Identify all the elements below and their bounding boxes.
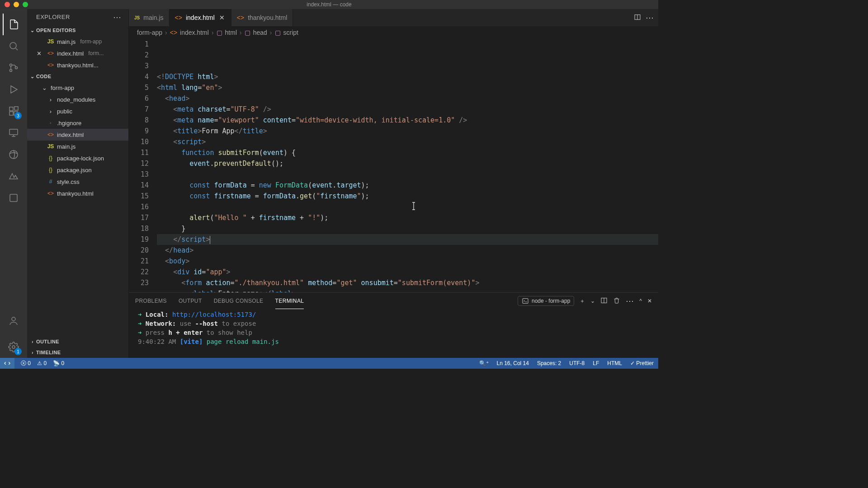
remote-indicator[interactable] (0, 358, 14, 369)
new-terminal-icon[interactable]: ＋ (580, 297, 585, 305)
outline-header[interactable]: › OUTLINE (27, 336, 128, 347)
symbol-icon: ▢ (245, 29, 250, 36)
window-title: index.html — code (307, 1, 351, 8)
split-editor-icon[interactable] (634, 14, 641, 22)
status-warnings[interactable]: ⚠ 0 (37, 360, 47, 366)
accounts-icon[interactable] (3, 310, 24, 332)
svg-point-0 (10, 42, 16, 49)
open-editor-item[interactable]: <>thankyou.html... (27, 59, 128, 71)
extensions-badge: 3 (14, 112, 22, 119)
file-item[interactable]: <>thankyou.html (27, 188, 128, 199)
source-control-icon[interactable] (3, 57, 24, 79)
close-panel-icon[interactable]: ✕ (647, 298, 652, 304)
editor-tab[interactable]: JSmain.js (129, 9, 170, 26)
status-encoding[interactable]: UTF-8 (569, 360, 585, 366)
editor-more-icon[interactable]: ⋯ (646, 14, 654, 22)
window-close-dot[interactable] (5, 2, 10, 7)
status-eol[interactable]: LF (593, 360, 599, 366)
file-icon: ◦ (47, 120, 54, 126)
folder-item[interactable]: ›public (27, 105, 128, 117)
terminal-selector[interactable]: node - form-app (518, 296, 574, 306)
test-icon[interactable] (3, 187, 24, 209)
search-icon[interactable] (3, 35, 24, 57)
svg-rect-5 (9, 112, 13, 115)
html-file-icon: <> (170, 29, 177, 36)
terminal-output[interactable]: ➜ Local: http://localhost:5173/ ➜ Networ… (129, 309, 658, 358)
statusbar: ⓧ 0 ⚠ 0 📡 0 🔍⁺ Ln 16, Col 14 Spaces: 2 U… (0, 358, 658, 369)
window-zoom-dot[interactable] (23, 2, 28, 7)
explorer-icon[interactable] (3, 14, 24, 35)
sidebar-title: EXPLORER (36, 14, 70, 20)
html-file-icon: <> (47, 131, 54, 138)
db-icon[interactable] (3, 165, 24, 187)
svg-point-1 (10, 64, 12, 66)
breadcrumbs[interactable]: form-app › <> index.html › ▢ html › ▢ he… (129, 26, 658, 39)
open-editor-item[interactable]: JSmain.jsform-app (27, 36, 128, 47)
svg-rect-14 (523, 299, 528, 304)
folder-root[interactable]: ⌄ form-app (27, 82, 128, 94)
editor-tab[interactable]: <>thankyou.html (231, 9, 293, 26)
window-minimize-dot[interactable] (14, 2, 19, 7)
status-spaces[interactable]: Spaces: 2 (537, 360, 561, 366)
status-zoom-icon[interactable]: 🔍⁺ (479, 360, 489, 366)
panel-tab-terminal[interactable]: TERMINAL (275, 293, 304, 309)
html-file-icon: <> (175, 14, 182, 21)
edge-tools-icon[interactable] (3, 144, 24, 165)
html-file-icon: <> (47, 62, 54, 68)
symbol-icon: ▢ (217, 29, 222, 36)
panel-tab-output[interactable]: OUTPUT (179, 293, 202, 309)
file-item[interactable]: {}package.json (27, 164, 128, 176)
svg-rect-4 (9, 107, 13, 111)
html-file-icon: <> (47, 50, 54, 56)
open-editor-item[interactable]: ✕<>index.htmlform... (27, 47, 128, 59)
css-file-icon: # (47, 178, 54, 185)
sidebar: EXPLORER ⋯ ⌄ OPEN EDITORS JSmain.jsform-… (27, 9, 129, 358)
maximize-panel-icon[interactable]: ^ (639, 298, 642, 304)
status-position[interactable]: Ln 16, Col 14 (497, 360, 529, 366)
timeline-header[interactable]: › TIMELINE (27, 347, 128, 358)
folder-item[interactable]: ›node_modules (27, 94, 128, 105)
panel-more-icon[interactable]: ⋯ (626, 297, 634, 305)
sidebar-more-icon[interactable]: ⋯ (113, 13, 122, 21)
chevron-down-icon: ⌄ (29, 27, 36, 34)
js-file-icon: JS (47, 143, 54, 150)
html-file-icon: <> (237, 14, 244, 21)
activity-bar: 3 1 (0, 9, 27, 358)
svg-point-9 (9, 150, 18, 159)
panel-tab-debug-console[interactable]: DEBUG CONSOLE (214, 293, 264, 309)
html-file-icon: <> (47, 190, 54, 197)
code-editor[interactable]: 1234567891011121314151617181920212223 <!… (129, 39, 658, 292)
svg-point-11 (12, 317, 15, 321)
file-item[interactable]: JSmain.js (27, 141, 128, 152)
status-ports[interactable]: 📡 0 (53, 360, 64, 366)
close-icon[interactable]: ✕ (35, 50, 42, 57)
status-errors[interactable]: ⓧ 0 (21, 360, 31, 367)
settings-icon[interactable]: 1 (3, 336, 24, 358)
run-debug-icon[interactable] (3, 79, 24, 100)
status-formatter[interactable]: ✓ Prettier (630, 360, 654, 366)
file-item[interactable]: ◦.hgignore (27, 117, 128, 129)
extensions-icon[interactable]: 3 (3, 100, 24, 122)
split-terminal-icon[interactable] (600, 297, 608, 305)
js-file-icon: JS (134, 15, 140, 20)
editor-tab[interactable]: <>index.html✕ (170, 9, 231, 26)
svg-point-3 (15, 67, 18, 69)
file-item[interactable]: #style.css (27, 176, 128, 188)
svg-rect-7 (14, 107, 18, 110)
terminal-icon (522, 297, 529, 305)
terminal-dropdown-icon[interactable]: ⌄ (590, 298, 595, 304)
file-item[interactable]: {}package-lock.json (27, 152, 128, 164)
chevron-right-icon: › (29, 338, 36, 345)
open-editors-header[interactable]: ⌄ OPEN EDITORS (27, 25, 128, 36)
editor-tabs: JSmain.js<>index.html✕<>thankyou.html ⋯ (129, 9, 658, 26)
status-language[interactable]: HTML (607, 360, 622, 366)
chevron-right-icon: › (47, 96, 54, 103)
remote-explorer-icon[interactable] (3, 122, 24, 144)
close-icon[interactable]: ✕ (218, 14, 226, 21)
code-section-header[interactable]: ⌄ CODE (27, 71, 128, 82)
js-file-icon: JS (47, 38, 54, 45)
titlebar: index.html — code (0, 0, 658, 9)
panel-tab-problems[interactable]: PROBLEMS (135, 293, 167, 309)
file-item[interactable]: <>index.html (27, 129, 128, 141)
kill-terminal-icon[interactable] (613, 297, 620, 305)
